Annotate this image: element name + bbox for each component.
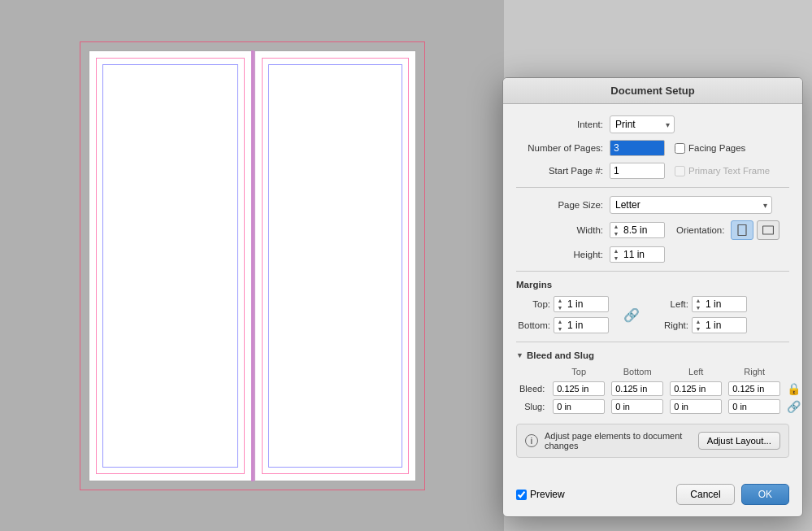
facing-pages-checkbox[interactable] — [675, 143, 685, 154]
ok-button[interactable]: OK — [741, 484, 789, 505]
height-spinner: ▲ ▼ — [610, 246, 665, 263]
margin-top-spinner: ▲ ▼ — [554, 296, 609, 312]
intent-select[interactable]: Print Web Mobile — [610, 115, 675, 133]
right-options-ptf: Primary Text Frame — [675, 166, 770, 176]
bleed-top-input[interactable] — [553, 381, 605, 396]
col-right: Right — [725, 367, 784, 380]
right-options-facing: Facing Pages — [675, 143, 745, 154]
facing-pages-label: Facing Pages — [688, 143, 745, 153]
margin-left-arrows: ▲ ▼ — [693, 297, 703, 311]
orientation-portrait-btn[interactable] — [731, 220, 753, 240]
page-size-select[interactable]: Letter A4 A3 Tabloid Custom — [610, 196, 772, 214]
width-spinner: ▲ ▼ — [610, 222, 665, 238]
slug-link-icon[interactable]: 🔗 — [787, 400, 801, 413]
info-icon: i — [525, 434, 538, 447]
height-spinner-down[interactable]: ▼ — [611, 255, 621, 262]
slug-top-input[interactable] — [553, 399, 605, 414]
margin-top-down[interactable]: ▼ — [555, 304, 565, 311]
preview-checkbox-row: Preview — [516, 489, 670, 500]
orientation-landscape-btn[interactable] — [757, 220, 779, 240]
cancel-button[interactable]: Cancel — [676, 484, 734, 505]
page-size-select-wrapper: Letter A4 A3 Tabloid Custom — [610, 196, 772, 214]
document-setup-dialog: Document Setup Intent: Print Web Mobile … — [502, 77, 803, 517]
margin-left-down[interactable]: ▼ — [693, 304, 703, 311]
start-page-row: Start Page #: Primary Text Frame — [516, 163, 789, 179]
dialog-title: Document Setup — [610, 85, 694, 97]
dialog-body: Intent: Print Web Mobile Number of Pages… — [503, 104, 802, 477]
margin-top-label: Top: — [516, 299, 550, 309]
bleed-slug-label: Bleed and Slug — [527, 350, 594, 360]
bleed-lock-icon[interactable]: 🔒 — [787, 382, 801, 395]
adjust-layout-button[interactable]: Adjust Layout... — [698, 432, 780, 450]
page-left — [89, 50, 251, 481]
margin-top-up[interactable]: ▲ — [555, 297, 565, 304]
height-label: Height: — [516, 250, 610, 259]
preview-label: Preview — [530, 489, 565, 500]
preview-checkbox[interactable] — [516, 490, 527, 500]
width-spinner-up[interactable]: ▲ — [611, 223, 621, 230]
margins-container: Top: ▲ ▼ Bottom: ▲ ▼ — [516, 296, 789, 333]
primary-text-frame-label: Primary Text Frame — [688, 166, 770, 176]
page-size-row: Page Size: Letter A4 A3 Tabloid Custom — [516, 196, 789, 214]
margins-left-col: Top: ▲ ▼ Bottom: ▲ ▼ — [516, 296, 609, 333]
info-text: Adjust page elements to document changes — [545, 431, 692, 450]
height-spinner-arrows: ▲ ▼ — [611, 247, 621, 262]
start-page-label: Start Page #: — [516, 166, 610, 176]
margins-right-col: Left: ▲ ▼ Right: ▲ ▼ — [654, 296, 747, 333]
width-spinner-down[interactable]: ▼ — [611, 230, 621, 237]
margin-right-up[interactable]: ▲ — [693, 318, 703, 325]
slug-right-input[interactable] — [728, 399, 780, 414]
margins-header: Margins — [516, 280, 789, 289]
bleed-right-input[interactable] — [728, 381, 780, 396]
margin-right-spinner: ▲ ▼ — [692, 317, 747, 333]
col-bottom: Bottom — [608, 367, 667, 380]
orientation-buttons — [731, 220, 779, 240]
margin-left-spinner: ▲ ▼ — [692, 296, 747, 312]
bleed-slug-arrow: ▼ — [516, 351, 523, 359]
margin-right-row: Right: ▲ ▼ — [654, 317, 747, 333]
width-row: Width: ▲ ▼ Orientation: — [516, 220, 789, 240]
margin-bottom-arrows: ▲ ▼ — [555, 318, 565, 333]
bleed-label: Bleed: — [516, 380, 549, 398]
page-size-label: Page Size: — [516, 200, 610, 210]
slug-label: Slug: — [516, 398, 549, 416]
orientation-label: Orientation: — [676, 225, 731, 235]
slug-left-input[interactable] — [670, 399, 722, 414]
margin-bottom-spinner: ▲ ▼ — [554, 317, 609, 333]
divider-2 — [516, 271, 789, 272]
margin-bottom-up[interactable]: ▲ — [555, 318, 565, 325]
primary-text-frame-row: Primary Text Frame — [675, 166, 770, 176]
margin-right-label: Right: — [654, 320, 688, 330]
canvas-area — [0, 0, 504, 531]
height-spinner-up[interactable]: ▲ — [611, 247, 621, 255]
col-left: Left — [667, 367, 725, 380]
svg-rect-1 — [763, 226, 774, 234]
margin-right-arrows: ▲ ▼ — [693, 318, 703, 333]
height-row: Height: ▲ ▼ — [516, 246, 789, 263]
margin-left-label: Left: — [654, 299, 688, 309]
width-label: Width: — [516, 225, 610, 235]
num-pages-input[interactable] — [610, 140, 665, 156]
intent-row: Intent: Print Web Mobile — [516, 115, 789, 133]
bleed-left-input[interactable] — [670, 381, 722, 396]
slug-bottom-input[interactable] — [611, 399, 663, 414]
intent-label: Intent: — [516, 120, 610, 129]
margin-bottom-down[interactable]: ▼ — [555, 325, 565, 333]
svg-rect-0 — [738, 225, 746, 236]
start-page-input[interactable] — [610, 163, 665, 179]
bleed-slug-header[interactable]: ▼ Bleed and Slug — [516, 350, 789, 360]
primary-text-frame-checkbox[interactable] — [675, 166, 685, 176]
bleed-bottom-input[interactable] — [611, 381, 663, 396]
dialog-footer: Preview Cancel OK — [503, 477, 802, 516]
bleed-slug-content: Top Bottom Left Right Bleed: 🔒 — [516, 367, 789, 416]
margins-link-container: 🔗 — [622, 296, 641, 333]
intent-select-wrapper: Print Web Mobile — [610, 115, 675, 133]
margin-left-up[interactable]: ▲ — [693, 297, 703, 304]
margin-right-down[interactable]: ▼ — [693, 325, 703, 333]
margin-top-arrows: ▲ ▼ — [555, 297, 565, 311]
margins-link-icon[interactable]: 🔗 — [623, 307, 640, 323]
bleed-slug-table: Top Bottom Left Right Bleed: 🔒 — [516, 367, 803, 416]
width-spinner-arrows: ▲ ▼ — [611, 223, 621, 237]
footer-buttons: Cancel OK — [676, 484, 789, 505]
margin-top-row: Top: ▲ ▼ — [516, 296, 609, 312]
